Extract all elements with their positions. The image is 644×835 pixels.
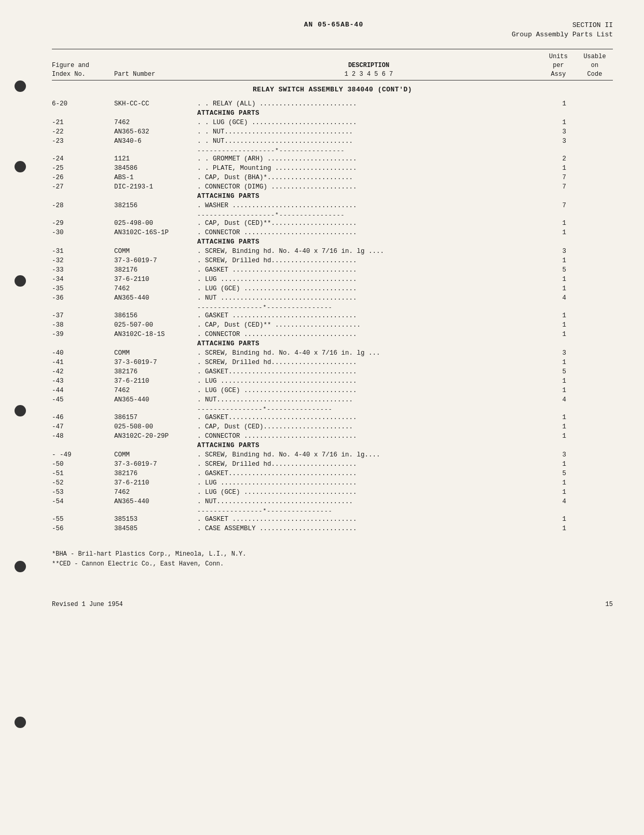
- sep-col-part: [114, 303, 197, 312]
- part-qty: 7: [540, 173, 577, 183]
- part-number: AN365-440: [114, 294, 197, 303]
- part-qty: 1: [540, 488, 577, 497]
- column-headers: Figure and Index No. Part Number DESCRIP…: [52, 49, 613, 78]
- part-index: -44: [52, 386, 114, 396]
- margin-circle-1: [15, 80, 26, 92]
- part-index: -48: [52, 432, 114, 441]
- revised-text: Revised 1 June 1954: [52, 601, 123, 608]
- section-qty: [540, 441, 577, 451]
- part-qty: 1: [540, 100, 577, 109]
- part-desc: . NUT ..................................…: [197, 294, 540, 303]
- part-desc: . CONNECTOR ............................…: [197, 330, 540, 340]
- desc-numbers: 1 2 3 4 5 6 7: [197, 70, 540, 79]
- sep-col-figure: [52, 405, 114, 413]
- desc-label: DESCRIPTION: [197, 61, 540, 70]
- part-index: -28: [52, 201, 114, 211]
- header-left-spacer: [52, 21, 156, 39]
- part-qty: 3: [540, 451, 577, 460]
- table-row: -40 COMM . SCREW, Binding hd. No. 4-40 x…: [52, 349, 613, 358]
- part-qty: 5: [540, 469, 577, 479]
- table-row: -51 382176 . GASKET.....................…: [52, 469, 613, 479]
- section-col-part: [114, 109, 197, 118]
- part-qty: 3: [540, 137, 577, 146]
- sep-usable: [577, 507, 613, 515]
- part-number: 37-3-6019-7: [114, 257, 197, 266]
- section-subtitle: Group Assembly Parts List: [512, 30, 613, 39]
- section-col-part: [114, 238, 197, 247]
- part-desc: . . LUG (GCE) ..........................…: [197, 118, 540, 128]
- part-label: Part Number: [114, 70, 197, 79]
- part-number: 7462: [114, 488, 197, 497]
- part-desc: . GASKET ...............................…: [197, 515, 540, 524]
- section-usable: [577, 340, 613, 349]
- page-header: AN 05-65AB-40 SECTION II Group Assembly …: [52, 21, 613, 39]
- footnote-2: **CED - Cannon Electric Co., East Haven,…: [52, 559, 613, 569]
- sep-line: -------------------*----------------: [197, 211, 540, 219]
- sep-line: ----------------*----------------: [197, 303, 540, 312]
- part-desc: . CAP, Dust (CED)** ....................…: [197, 321, 540, 330]
- section-desc: ATTACHING PARTS: [197, 238, 540, 247]
- part-number: 382176: [114, 266, 197, 275]
- part-qty: 1: [540, 377, 577, 386]
- table-row: -47 025-508-00 . CAP, Dust (CED)........…: [52, 423, 613, 432]
- table-row: -46 386157 . GASKET.....................…: [52, 413, 613, 423]
- section-col-figure: [52, 109, 114, 118]
- part-qty: 1: [540, 524, 577, 534]
- part-index: -50: [52, 460, 114, 469]
- part-desc: . . PLATE, Mounting ....................…: [197, 164, 540, 173]
- part-number: 37-3-6019-7: [114, 460, 197, 469]
- part-qty: 7: [540, 201, 577, 211]
- part-desc: . GASKET................................…: [197, 368, 540, 377]
- col-figure-header: Figure and Index No.: [52, 61, 114, 79]
- sep-col-part: [114, 146, 197, 155]
- part-index: -39: [52, 330, 114, 340]
- part-desc: . GASKET................................…: [197, 469, 540, 479]
- col-usable-header: Usable on Code: [577, 52, 613, 78]
- sep-line: ----------------*----------------: [197, 507, 540, 515]
- part-number: 385153: [114, 515, 197, 524]
- part-number: 1121: [114, 155, 197, 164]
- part-number: SKH-CC-CC: [114, 100, 197, 109]
- part-number: AN365-632: [114, 128, 197, 137]
- doc-number: AN 05-65AB-40: [156, 21, 512, 39]
- part-index: -47: [52, 423, 114, 432]
- units-line3: Assy: [540, 70, 577, 79]
- table-row: -44 7462 . LUG (GCE) ...................…: [52, 386, 613, 396]
- part-qty: 1: [540, 275, 577, 285]
- part-qty: 1: [540, 432, 577, 441]
- part-number: ABS-1: [114, 173, 197, 183]
- section-title: SECTION II: [512, 21, 613, 30]
- table-row: -55 385153 . GASKET ....................…: [52, 515, 613, 524]
- part-number: AN365-440: [114, 396, 197, 405]
- part-qty: 4: [540, 294, 577, 303]
- section-desc: ATTACHING PARTS: [197, 340, 540, 349]
- part-qty: 1: [540, 479, 577, 488]
- part-desc: . GASKET ...............................…: [197, 312, 540, 321]
- part-index: -27: [52, 183, 114, 192]
- part-number: AN365-440: [114, 497, 197, 507]
- sep-col-part: [114, 507, 197, 515]
- table-row: -30 AN3102C-16S-1P . CONNECTOR .........…: [52, 228, 613, 238]
- table-row: -27 DIC-2193-1 . CONNECTOR (DIMG) ......…: [52, 183, 613, 192]
- part-number: AN3102C-16S-1P: [114, 228, 197, 238]
- separator-row: ----------------*----------------: [52, 405, 613, 413]
- part-desc: . SCREW, Drilled hd.....................…: [197, 257, 540, 266]
- parts-table: 6-20 SKH-CC-CC . . RELAY (ALL) .........…: [52, 100, 613, 534]
- sep-qty: [540, 303, 577, 312]
- part-index: -21: [52, 118, 114, 128]
- table-row: -32 37-3-6019-7 . SCREW, Drilled hd.....…: [52, 257, 613, 266]
- table-row: 6-20 SKH-CC-CC . . RELAY (ALL) .........…: [52, 100, 613, 109]
- section-qty: [540, 340, 577, 349]
- part-qty: 1: [540, 358, 577, 368]
- part-index: -41: [52, 358, 114, 368]
- usable-line2: on: [577, 61, 613, 70]
- table-row: -42 382176 . GASKET.....................…: [52, 368, 613, 377]
- part-qty: 1: [540, 228, 577, 238]
- part-desc: . LUG (GCE) ............................…: [197, 488, 540, 497]
- page-footer: Revised 1 June 1954 15: [52, 601, 613, 608]
- table-row: -39 AN3102C-18-1S . CONNECTOR ..........…: [52, 330, 613, 340]
- margin-circle-4: [15, 405, 26, 416]
- table-row: -43 37-6-2110 . LUG ....................…: [52, 377, 613, 386]
- section-label-row: ATTACHING PARTS: [52, 441, 613, 451]
- part-index: -40: [52, 349, 114, 358]
